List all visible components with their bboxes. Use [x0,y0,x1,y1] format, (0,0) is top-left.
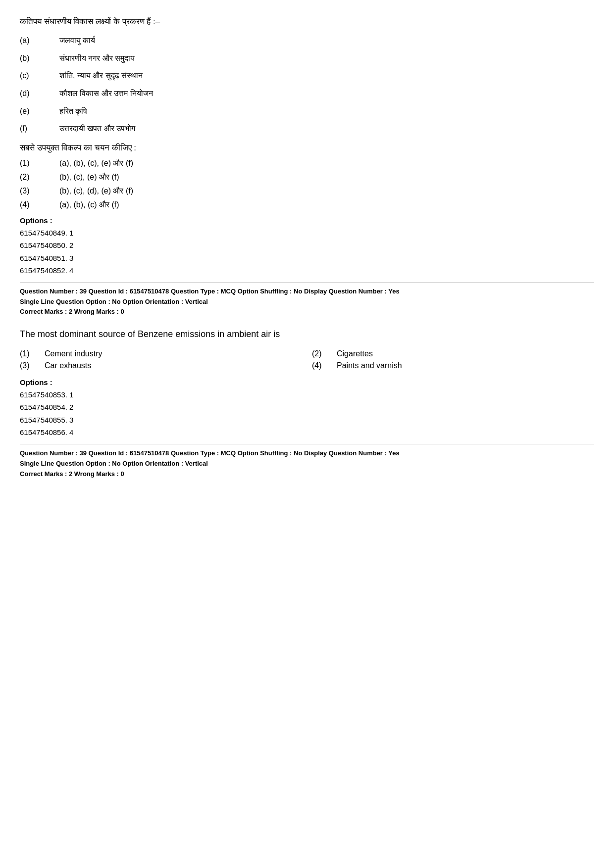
option-text: शांति, न्याय और सुदृढ़ संस्थान [59,69,594,82]
options-id-row: 61547540850. 2 [20,239,594,252]
option-label: (b) [20,52,59,65]
option-num: (2) [312,349,337,358]
list-item: (1)(a), (b), (c), (e) और (f) [20,159,594,168]
question-38-marks: Correct Marks : 2 Wrong Marks : 0 [20,307,594,317]
list-item: (3)Car exhausts [20,361,302,370]
list-item: (a)जलवायु कार्य [20,34,594,47]
list-item: (2)(b), (c), (e) और (f) [20,173,594,182]
question-39-section: The most dominant source of Benzene emis… [20,327,594,479]
question-38-select-prompt: सबसे उपयुक्त विकल्प का चयन कीजिए : [20,143,594,153]
option-text: Cigarettes [337,349,594,358]
question-38-answers-list: (1)(a), (b), (c), (e) और (f)(2)(b), (c),… [20,159,594,209]
question-38-meta-line2: Single Line Question Option : No Option … [20,297,594,307]
list-item: (2)Cigarettes [312,349,594,358]
option-text: कौशल विकास और उत्तम नियोजन [59,87,594,100]
question-38-intro: कतिपय संधारणीय विकास लक्ष्यों के प्रकरण … [20,15,594,28]
options-ids-38: 61547540849. 161547540850. 261547540851.… [20,227,594,277]
option-num: (4) [312,361,337,370]
question-38-section: कतिपय संधारणीय विकास लक्ष्यों के प्रकरण … [20,15,594,317]
question-39-marks: Correct Marks : 2 Wrong Marks : 0 [20,469,594,480]
question-39-options-block: Options : 61547540853. 161547540854. 261… [20,378,594,439]
options-id-row: 61547540849. 1 [20,227,594,240]
question-39-options-grid: (1)Cement industry(2)Cigarettes(3)Car ex… [20,349,594,370]
option-num: (3) [20,361,45,370]
option-text: उत्तरदायी खपत और उपभोग [59,122,594,135]
option-label: (a) [20,34,59,47]
list-item: (4)(a), (b), (c) और (f) [20,200,594,209]
question-38-meta: Question Number : 39 Question Id : 61547… [20,282,594,317]
options-ids-39: 61547540853. 161547540854. 261547540855.… [20,388,594,439]
list-item: (d)कौशल विकास और उत्तम नियोजन [20,87,594,100]
option-label: (f) [20,122,59,135]
question-38-meta-line1: Question Number : 39 Question Id : 61547… [20,287,594,297]
options-id-row: 61547540856. 4 [20,426,594,439]
options-id-row: 61547540854. 2 [20,401,594,414]
question-39-meta-line2: Single Line Question Option : No Option … [20,459,594,469]
answer-label: (1) [20,159,59,168]
list-item: (4)Paints and varnish [312,361,594,370]
question-38-options-block: Options : 61547540849. 161547540850. 261… [20,216,594,277]
list-item: (f)उत्तरदायी खपत और उपभोग [20,122,594,135]
options-id-row: 61547540852. 4 [20,264,594,277]
option-text: जलवायु कार्य [59,34,594,47]
question-39-text: The most dominant source of Benzene emis… [20,327,594,341]
options-title-39: Options : [20,378,594,386]
answer-label: (4) [20,200,59,209]
option-text: Cement industry [45,349,302,358]
option-text: संधारणीय नगर और समुदाय [59,52,594,65]
answer-label: (3) [20,187,59,195]
question-39-meta: Question Number : 39 Question Id : 61547… [20,444,594,479]
answer-label: (2) [20,173,59,182]
question-38-options-list: (a)जलवायु कार्य(b)संधारणीय नगर और समुदाय… [20,34,594,135]
answer-text: (b), (c), (e) और (f) [59,173,594,182]
option-text: Car exhausts [45,361,302,370]
option-text: हरित कृषि [59,105,594,118]
answer-text: (b), (c), (d), (e) और (f) [59,187,594,195]
list-item: (e)हरित कृषि [20,105,594,118]
list-item: (3)(b), (c), (d), (e) और (f) [20,187,594,195]
options-title-38: Options : [20,216,594,225]
option-text: Paints and varnish [337,361,594,370]
options-id-row: 61547540853. 1 [20,388,594,401]
question-39-meta-line1: Question Number : 39 Question Id : 61547… [20,448,594,459]
option-label: (d) [20,87,59,100]
option-num: (1) [20,349,45,358]
list-item: (1)Cement industry [20,349,302,358]
list-item: (c)शांति, न्याय और सुदृढ़ संस्थान [20,69,594,82]
option-label: (c) [20,69,59,82]
answer-text: (a), (b), (c) और (f) [59,200,594,209]
options-id-row: 61547540855. 3 [20,414,594,427]
option-label: (e) [20,105,59,118]
list-item: (b)संधारणीय नगर और समुदाय [20,52,594,65]
answer-text: (a), (b), (c), (e) और (f) [59,159,594,168]
options-id-row: 61547540851. 3 [20,252,594,265]
